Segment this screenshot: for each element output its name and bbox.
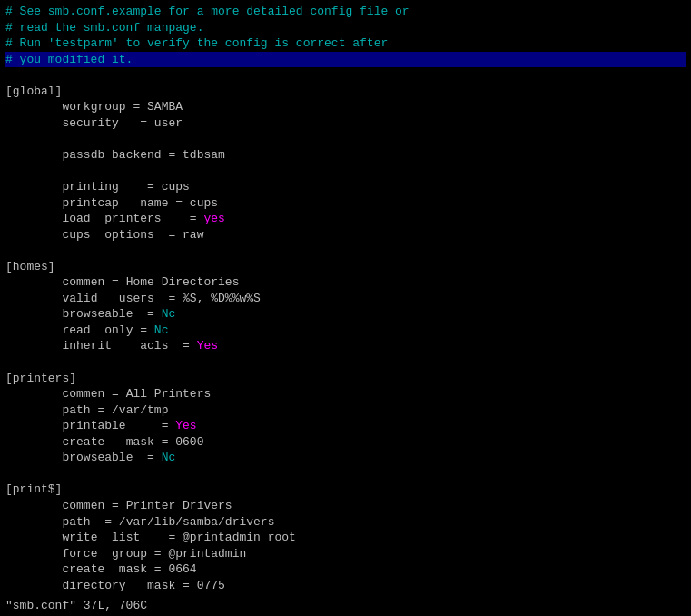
val-homes-comment: Home Directories (126, 275, 240, 289)
val-write-list: @printadmin root (183, 531, 296, 544)
line-comment4: # you modified it. (5, 52, 686, 68)
line-print$-comment: commen = Printer Drivers (5, 498, 686, 514)
line-create-mask-printers: create mask = 0600 (5, 434, 686, 451)
line-read-only: read only = Nc (5, 323, 686, 339)
line-blank6 (5, 466, 686, 482)
key-passdb: passdb backend (62, 148, 161, 162)
val-workgroup: SAMBA (147, 100, 183, 114)
line-workgroup: workgroup = SAMBA (5, 99, 686, 115)
terminal-window: # See smb.conf.example for a more detail… (0, 0, 691, 616)
line-print$-path: path = /var/lib/samba/drivers (5, 514, 686, 531)
key-directory-mask: directory mask (62, 579, 175, 592)
line-printable: printable = Yes (5, 418, 686, 434)
line-section-global: [global] (5, 84, 686, 100)
line-cups-options: cups options = raw (5, 227, 686, 243)
val-printcap: cups (190, 196, 218, 210)
val-directory-mask: 0775 (197, 579, 225, 592)
line-section-printers: [printers] (5, 371, 686, 387)
val-force-group: @printadmin (168, 547, 246, 561)
val-read-only: Nc (154, 323, 169, 337)
key-homes-comment: commen (62, 275, 104, 289)
line-comment3: # Run 'testparm' to verify the config is… (5, 35, 686, 52)
line-section-print$: [print$] (5, 482, 686, 498)
line-blank5 (5, 354, 686, 371)
line-inherit-acls: inherit acls = Yes (5, 338, 686, 354)
val-create-mask-printers: 0600 (175, 435, 203, 449)
line-section-homes: [homes] (5, 259, 686, 275)
key-print$-path: path (62, 515, 97, 529)
key-security: security (62, 116, 133, 130)
val-browseable-homes: Nc (162, 307, 176, 321)
val-valid-users: %S, %D%%w%S (183, 292, 261, 305)
line-blank3 (5, 163, 686, 179)
val-printable: Yes (175, 419, 196, 432)
key-write-list: write list (62, 531, 161, 544)
key-printing: printing (62, 180, 147, 194)
line-directory-mask: directory mask = 0775 (5, 578, 686, 594)
line-browseable-homes: browseable = Nc (5, 306, 686, 323)
line-homes-comment: commen = Home Directories (5, 274, 686, 291)
statusbar: "smb.conf" 37L, 706C (0, 596, 691, 616)
line-valid-users: valid users = %S, %D%%w%S (5, 291, 686, 307)
key-print$-comment: commen (62, 499, 104, 512)
key-cups-options: cups options (62, 228, 161, 242)
line-printers-path: path = /var/tmp (5, 402, 686, 419)
line-security: security = user (5, 115, 686, 132)
val-passdb: tdbsam (183, 148, 225, 162)
line-printing: printing = cups (5, 179, 686, 195)
val-create-mask-print$: 0664 (168, 562, 196, 576)
val-cups-options: raw (183, 228, 203, 242)
line-printcap: printcap name = cups (5, 195, 686, 212)
key-workgroup: workgroup (62, 100, 125, 114)
statusbar-text: "smb.conf" 37L, 706C (5, 599, 147, 612)
val-print$-comment: Printer Drivers (126, 499, 232, 512)
val-printers-comment: All Printers (126, 387, 212, 401)
line-create-mask-print$: create mask = 0664 (5, 561, 686, 578)
key-printcap: printcap name (62, 196, 168, 210)
line-comment2: # read the smb.conf manpage. (5, 20, 686, 36)
line-load-printers: load printers = yes (5, 211, 686, 227)
line-printers-comment: commen = All Printers (5, 386, 686, 402)
line-passdb: passdb backend = tdbsam (5, 147, 686, 164)
key-force-group: force group (62, 547, 147, 561)
val-security: user (154, 116, 183, 130)
key-browseable-printers: browseable (62, 451, 140, 464)
key-inherit-acls: inherit acls (62, 339, 175, 353)
key-browseable-homes: browseable (62, 307, 140, 321)
line-force-group: force group = @printadmin (5, 546, 686, 562)
val-print$-path: /var/lib/samba/drivers (119, 515, 275, 529)
val-load-printers: yes (203, 212, 224, 225)
key-read-only: read only (62, 323, 140, 337)
key-valid-users: valid users (62, 292, 161, 305)
val-printers-path: /var/tmp (112, 403, 168, 417)
line-blank2 (5, 131, 686, 147)
line-write-list: write list = @printadmin root (5, 530, 686, 546)
key-printers-comment: commen (62, 387, 104, 401)
key-load-printers: load printers (62, 212, 175, 225)
line-comment1: # See smb.conf.example for a more detail… (5, 4, 686, 20)
line-blank4 (5, 243, 686, 259)
line-browseable-printers: browseable = Nc (5, 450, 686, 466)
key-printable: printable (62, 419, 147, 432)
val-printing: cups (162, 180, 190, 194)
key-create-mask-printers: create mask (62, 435, 153, 449)
val-inherit-acls: Yes (197, 339, 218, 353)
val-browseable-printers: Nc (162, 451, 176, 464)
key-create-mask-print$: create mask (62, 562, 147, 576)
line-blank1 (5, 67, 686, 84)
key-printers-path: path (62, 403, 90, 417)
